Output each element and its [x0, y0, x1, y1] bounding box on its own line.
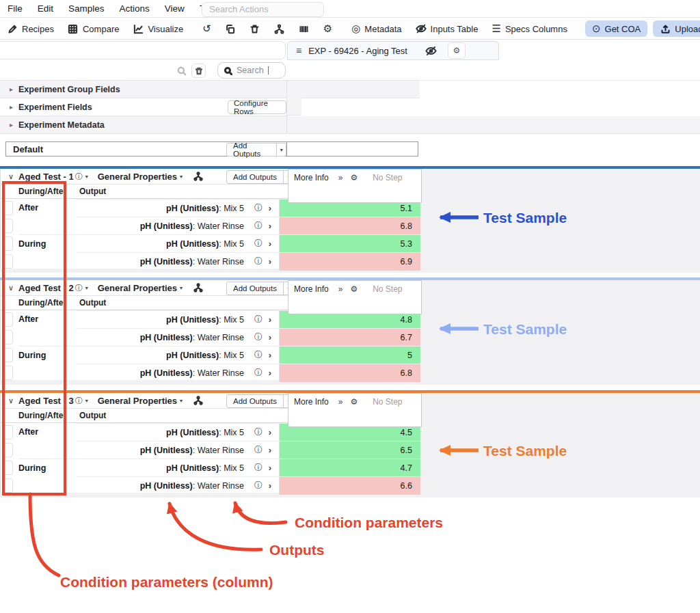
section-subtitle[interactable]: General Properties [98, 172, 177, 182]
caret-down-icon[interactable]: ▾ [276, 144, 286, 156]
chevron-right-icon[interactable]: › [265, 332, 275, 342]
caret-down-icon[interactable]: ▾ [180, 174, 183, 180]
gear-icon[interactable]: ⚙ [350, 173, 358, 182]
eye-off-icon[interactable] [425, 45, 437, 57]
section-title[interactable]: Aged Test - 1 [18, 172, 74, 182]
info-icon[interactable]: ⓘ [75, 396, 83, 406]
double-chevron-icon[interactable]: » [338, 284, 343, 294]
menu-file[interactable]: File [0, 3, 30, 14]
caret-down-icon[interactable]: ▾ [180, 398, 183, 404]
tab-settings-button[interactable]: ⚙ [448, 42, 466, 59]
info-icon[interactable]: ⓘ [253, 220, 264, 232]
row-gutter[interactable] [1, 346, 18, 364]
caret-down-icon[interactable]: ▾ [85, 398, 88, 404]
chevron-right-icon[interactable]: › [265, 368, 275, 378]
add-outputs-button[interactable]: Add Outputs ▾ [226, 282, 295, 295]
chevron-down-icon[interactable]: ∨ [8, 396, 14, 405]
search-actions-input[interactable]: Search Actions [202, 2, 324, 17]
chevron-right-icon[interactable]: › [265, 314, 275, 325]
info-icon[interactable]: ⓘ [253, 238, 264, 249]
chevron-right-icon[interactable]: › [265, 221, 275, 231]
more-info-link[interactable]: More Info [294, 284, 329, 294]
row-gutter[interactable] [1, 364, 18, 381]
section-title[interactable]: Aged Test - 2 [18, 283, 74, 293]
caret-down-icon[interactable]: ▾ [85, 285, 88, 291]
menu-samples[interactable]: Samples [61, 3, 112, 14]
recipes-button[interactable]: Recipes [0, 21, 61, 37]
upload-data-button[interactable]: Upload Data [653, 21, 700, 37]
clear-search-button[interactable] [191, 64, 206, 78]
row-gutter[interactable] [1, 459, 18, 476]
metadata-button[interactable]: ◎ Metadata [345, 21, 408, 37]
barcode-button[interactable] [292, 21, 317, 37]
more-info-link[interactable]: More Info [294, 173, 329, 182]
add-outputs-button[interactable]: Add Outputs ▾ [226, 143, 286, 156]
row-gutter[interactable] [1, 328, 18, 346]
visualize-button[interactable]: Visualize [126, 21, 190, 37]
table-row[interactable]: pH (Unitless): Water Rinseⓘ›6.6 [1, 476, 420, 494]
chevron-right-icon[interactable]: › [265, 256, 275, 267]
info-icon[interactable]: ⓘ [75, 283, 83, 293]
value-cell[interactable]: 4.7 [279, 459, 420, 477]
row-gutter[interactable] [1, 310, 18, 328]
row-gutter[interactable] [1, 441, 18, 459]
menu-view[interactable]: View [157, 3, 192, 14]
menu-edit[interactable]: Edit [30, 3, 61, 14]
output-cell[interactable]: pH (Unitless): Mix 5 [76, 351, 244, 360]
output-cell[interactable]: pH (Unitless): Water Rinse [76, 368, 244, 378]
output-cell[interactable]: pH (Unitless): Water Rinse [76, 446, 244, 455]
chevron-right-icon[interactable]: › [265, 239, 275, 249]
section-title[interactable]: Aged Test - 3 [18, 396, 74, 406]
table-row[interactable]: pH (Unitless): Water Rinseⓘ›6.5 [1, 441, 420, 459]
info-icon[interactable]: ⓘ [253, 349, 264, 361]
table-row[interactable]: During pH (Unitless): Mix 5ⓘ›4.7 [1, 459, 420, 476]
gear-icon[interactable]: ⚙ [350, 284, 358, 294]
get-coa-button[interactable]: ⊙ Get COA [585, 21, 647, 37]
caret-down-icon[interactable]: ▾ [85, 174, 88, 180]
chevron-right-icon[interactable]: › [265, 427, 275, 437]
chevron-right-icon[interactable]: › [265, 480, 275, 491]
info-icon[interactable]: ⓘ [253, 314, 264, 325]
row-gutter[interactable] [1, 217, 18, 234]
chevron-down-icon[interactable]: ∨ [8, 172, 14, 181]
search-input[interactable]: Search [217, 62, 286, 79]
info-icon[interactable]: ⓘ [253, 202, 264, 214]
output-cell[interactable]: pH (Unitless): Mix 5 [76, 315, 244, 325]
value-cell[interactable]: 5.3 [279, 235, 420, 253]
row-gutter[interactable] [1, 234, 18, 252]
chevron-right-icon[interactable]: › [265, 203, 275, 213]
workflow-button[interactable] [267, 21, 292, 37]
configure-rows-button[interactable]: Configure Rows [228, 100, 286, 114]
output-cell[interactable]: pH (Unitless): Mix 5 [76, 428, 244, 437]
output-cell[interactable]: pH (Unitless): Water Rinse [76, 481, 244, 491]
value-cell[interactable]: 6.7 [279, 329, 420, 346]
value-cell[interactable]: 6.6 [279, 477, 420, 495]
add-outputs-button[interactable]: Add Outputs ▾ [226, 170, 295, 184]
gear-icon[interactable]: ⚙ [350, 397, 358, 407]
table-row[interactable]: pH (Unitless): Water Rinseⓘ›6.8 [1, 364, 420, 381]
specs-columns-button[interactable]: ☰ Specs Columns [485, 21, 574, 37]
output-cell[interactable]: pH (Unitless): Mix 5 [76, 204, 244, 213]
table-row[interactable]: pH (Unitless): Water Rinseⓘ›6.8 [1, 217, 420, 234]
row-gutter[interactable] [1, 476, 18, 494]
value-cell[interactable]: 6.8 [279, 217, 420, 235]
info-icon[interactable]: ⓘ [253, 331, 264, 343]
default-value-cell[interactable] [287, 141, 418, 156]
experiment-group-fields-row[interactable]: ▸ Experiment Group Fields [0, 81, 420, 98]
info-icon[interactable]: ⓘ [253, 256, 264, 267]
info-icon[interactable]: ⓘ [253, 480, 264, 491]
double-chevron-icon[interactable]: » [338, 397, 343, 407]
chevron-right-icon[interactable]: › [265, 445, 275, 455]
info-icon[interactable]: ⓘ [253, 426, 264, 438]
double-chevron-icon[interactable]: » [338, 173, 343, 182]
output-cell[interactable]: pH (Unitless): Water Rinse [76, 333, 244, 342]
experiment-tab[interactable]: ≡ EXP - 69426 - Aging Test ⚙ [287, 41, 499, 60]
experiment-metadata-row[interactable]: ▸ Experiment Metadata [0, 116, 700, 134]
info-icon[interactable]: ⓘ [253, 462, 264, 474]
menu-actions[interactable]: Actions [112, 3, 157, 14]
duplicate-button[interactable] [218, 21, 243, 37]
experiment-fields-row[interactable]: ▸ Experiment Fields Configure Rows [0, 98, 286, 116]
output-cell[interactable]: pH (Unitless): Mix 5 [76, 239, 244, 249]
chevron-right-icon[interactable]: › [265, 463, 275, 473]
workflow-icon[interactable] [193, 396, 203, 405]
